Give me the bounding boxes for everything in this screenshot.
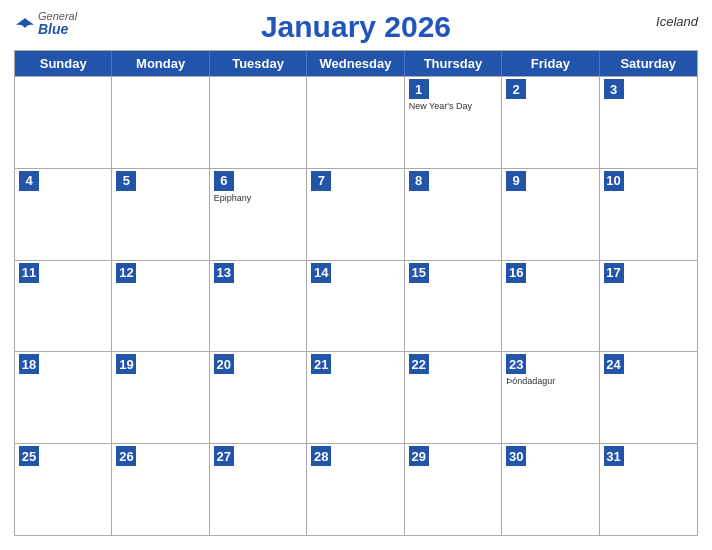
day-number: 3 — [604, 79, 624, 99]
day-header-monday: Monday — [112, 51, 209, 76]
day-cell: 5 — [112, 169, 209, 260]
logo-blue: Blue — [38, 22, 77, 37]
day-header-tuesday: Tuesday — [210, 51, 307, 76]
day-number: 29 — [409, 446, 429, 466]
day-cell: 18 — [15, 352, 112, 443]
day-number: 6 — [214, 171, 234, 191]
day-header-friday: Friday — [502, 51, 599, 76]
week-row-5: 25262728293031 — [15, 443, 697, 535]
day-cell: 7 — [307, 169, 404, 260]
logo-texts: General Blue — [38, 10, 77, 37]
calendar-header: General Blue January 2026 Iceland — [14, 10, 698, 44]
day-cell: 30 — [502, 444, 599, 535]
day-cell: 8 — [405, 169, 502, 260]
day-cell: 14 — [307, 261, 404, 352]
week-row-4: 181920212223Þóndadagur24 — [15, 351, 697, 443]
logo-bird-icon — [14, 15, 36, 37]
day-number: 7 — [311, 171, 331, 191]
weeks: 1New Year's Day23456Epiphany789101112131… — [15, 76, 697, 535]
country-label: Iceland — [656, 14, 698, 29]
day-cell: 9 — [502, 169, 599, 260]
day-cell: 1New Year's Day — [405, 77, 502, 168]
day-cell: 22 — [405, 352, 502, 443]
day-number: 4 — [19, 171, 39, 191]
day-cell: 31 — [600, 444, 697, 535]
day-cell: 6Epiphany — [210, 169, 307, 260]
day-number: 10 — [604, 171, 624, 191]
day-cell: 2 — [502, 77, 599, 168]
day-cell: 12 — [112, 261, 209, 352]
day-number: 2 — [506, 79, 526, 99]
day-number: 12 — [116, 263, 136, 283]
day-cell — [15, 77, 112, 168]
day-cell: 3 — [600, 77, 697, 168]
week-row-1: 1New Year's Day23 — [15, 76, 697, 168]
day-cell: 27 — [210, 444, 307, 535]
day-number: 23 — [506, 354, 526, 374]
day-cell — [112, 77, 209, 168]
day-number: 16 — [506, 263, 526, 283]
day-number: 27 — [214, 446, 234, 466]
title-area: January 2026 — [261, 10, 451, 44]
day-number: 17 — [604, 263, 624, 283]
day-number: 13 — [214, 263, 234, 283]
day-cell: 28 — [307, 444, 404, 535]
day-cell: 26 — [112, 444, 209, 535]
logo: General Blue — [14, 10, 77, 37]
day-number: 19 — [116, 354, 136, 374]
day-cell — [210, 77, 307, 168]
day-number: 1 — [409, 79, 429, 99]
day-cell: 20 — [210, 352, 307, 443]
week-row-3: 11121314151617 — [15, 260, 697, 352]
day-number: 21 — [311, 354, 331, 374]
day-cell: 24 — [600, 352, 697, 443]
day-number: 22 — [409, 354, 429, 374]
week-row-2: 456Epiphany78910 — [15, 168, 697, 260]
day-cell: 4 — [15, 169, 112, 260]
day-cell: 25 — [15, 444, 112, 535]
day-number: 11 — [19, 263, 39, 283]
day-number: 31 — [604, 446, 624, 466]
day-number: 25 — [19, 446, 39, 466]
day-header-saturday: Saturday — [600, 51, 697, 76]
day-cell: 29 — [405, 444, 502, 535]
day-cell: 16 — [502, 261, 599, 352]
day-number: 9 — [506, 171, 526, 191]
day-cell: 15 — [405, 261, 502, 352]
day-header-sunday: Sunday — [15, 51, 112, 76]
holiday-name: Epiphany — [214, 193, 302, 204]
day-cell: 23Þóndadagur — [502, 352, 599, 443]
day-number: 5 — [116, 171, 136, 191]
day-number: 26 — [116, 446, 136, 466]
day-cell: 11 — [15, 261, 112, 352]
day-number: 30 — [506, 446, 526, 466]
calendar-grid: SundayMondayTuesdayWednesdayThursdayFrid… — [14, 50, 698, 536]
day-number: 18 — [19, 354, 39, 374]
calendar-container: General Blue January 2026 Iceland Sunday… — [0, 0, 712, 550]
day-header-thursday: Thursday — [405, 51, 502, 76]
holiday-name: Þóndadagur — [506, 376, 594, 387]
day-number: 8 — [409, 171, 429, 191]
day-headers: SundayMondayTuesdayWednesdayThursdayFrid… — [15, 51, 697, 76]
month-title: January 2026 — [261, 10, 451, 43]
day-number: 15 — [409, 263, 429, 283]
day-cell — [307, 77, 404, 168]
day-cell: 10 — [600, 169, 697, 260]
day-number: 20 — [214, 354, 234, 374]
day-cell: 13 — [210, 261, 307, 352]
day-number: 14 — [311, 263, 331, 283]
day-cell: 21 — [307, 352, 404, 443]
day-header-wednesday: Wednesday — [307, 51, 404, 76]
day-number: 24 — [604, 354, 624, 374]
day-cell: 17 — [600, 261, 697, 352]
day-number: 28 — [311, 446, 331, 466]
day-cell: 19 — [112, 352, 209, 443]
holiday-name: New Year's Day — [409, 101, 497, 112]
